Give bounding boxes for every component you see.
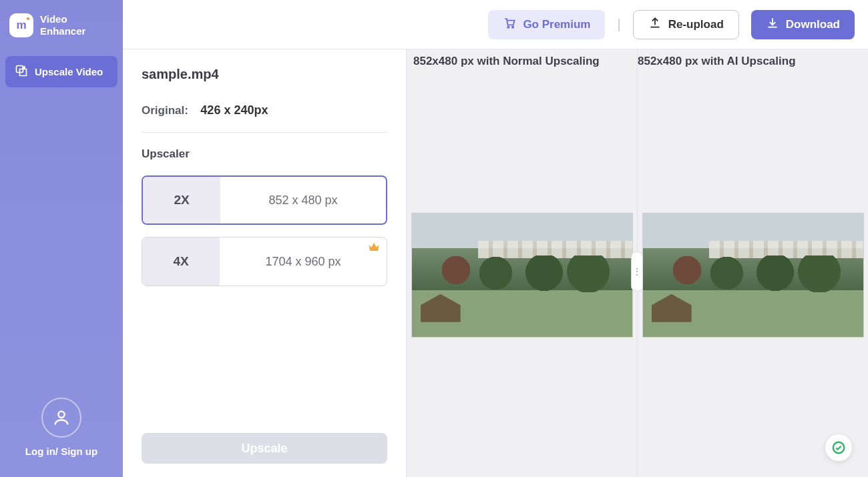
- option-multiplier: 4X: [142, 237, 220, 286]
- svg-point-2: [508, 27, 509, 28]
- reupload-button[interactable]: Re-upload: [633, 10, 739, 39]
- upscale-option-2x[interactable]: 2X 852 x 480 px: [142, 175, 387, 225]
- original-row: Original: 426 x 240px: [142, 103, 387, 117]
- upscale-icon: [15, 64, 28, 79]
- upscale-option-4x[interactable]: 4X 1704 x 960 px: [142, 237, 387, 286]
- svg-point-3: [512, 27, 513, 28]
- app-logo: m Video Enhancer: [5, 13, 118, 37]
- divider: [142, 132, 387, 133]
- original-value: 426 x 240px: [200, 103, 268, 117]
- option-dimensions: 1704 x 960 px: [220, 237, 387, 286]
- crown-icon: [368, 242, 380, 255]
- preview-label-ai: 852x480 px with AI Upscaling: [638, 55, 796, 68]
- upscale-button[interactable]: Upscale: [142, 433, 387, 464]
- sidebar-item-label: Upscale Video: [35, 66, 103, 77]
- settings-panel: sample.mp4 Original: 426 x 240px Upscale…: [123, 49, 406, 477]
- download-label: Download: [786, 18, 840, 31]
- svg-point-1: [58, 412, 64, 418]
- go-premium-label: Go Premium: [523, 18, 590, 31]
- preview-area: 852x480 px with Normal Upscaling 852x480…: [406, 49, 868, 477]
- login-link[interactable]: Log in/ Sign up: [25, 446, 97, 457]
- profile-block: Log in/ Sign up: [5, 398, 118, 457]
- sidebar-item-upscale-video[interactable]: Upscale Video: [5, 56, 118, 87]
- original-label: Original:: [142, 104, 188, 117]
- preview-image-normal: [412, 213, 632, 337]
- comparison-slider-handle[interactable]: ⋮: [631, 252, 643, 292]
- topbar: Go Premium | Re-upload Download: [123, 0, 868, 49]
- avatar[interactable]: [41, 398, 81, 438]
- sidebar: m Video Enhancer Upscale Video Log in/ S…: [0, 0, 123, 477]
- main: Go Premium | Re-upload Download sample.m…: [123, 0, 868, 477]
- logo-icon: m: [9, 13, 33, 37]
- option-dimensions: 852 x 480 px: [220, 177, 386, 223]
- filename: sample.mp4: [142, 67, 387, 82]
- upload-icon: [648, 16, 662, 33]
- success-badge: [825, 434, 852, 461]
- reupload-label: Re-upload: [668, 18, 724, 31]
- cart-icon: [503, 16, 516, 33]
- app-name: Video Enhancer: [40, 13, 85, 37]
- separator: |: [617, 17, 620, 32]
- body: sample.mp4 Original: 426 x 240px Upscale…: [123, 49, 868, 477]
- go-premium-button[interactable]: Go Premium: [488, 10, 605, 39]
- option-multiplier: 2X: [143, 177, 220, 223]
- preview-normal: 852x480 px with Normal Upscaling: [406, 49, 637, 477]
- preview-ai: 852x480 px with AI Upscaling: [637, 49, 868, 477]
- download-button[interactable]: Download: [751, 10, 855, 39]
- preview-canvas-ai: [638, 73, 868, 477]
- upscaler-label: Upscaler: [142, 147, 387, 161]
- preview-label-normal: 852x480 px with Normal Upscaling: [413, 55, 600, 68]
- preview-canvas-normal: [407, 73, 637, 477]
- download-icon: [766, 16, 779, 33]
- preview-image-ai: [643, 213, 863, 337]
